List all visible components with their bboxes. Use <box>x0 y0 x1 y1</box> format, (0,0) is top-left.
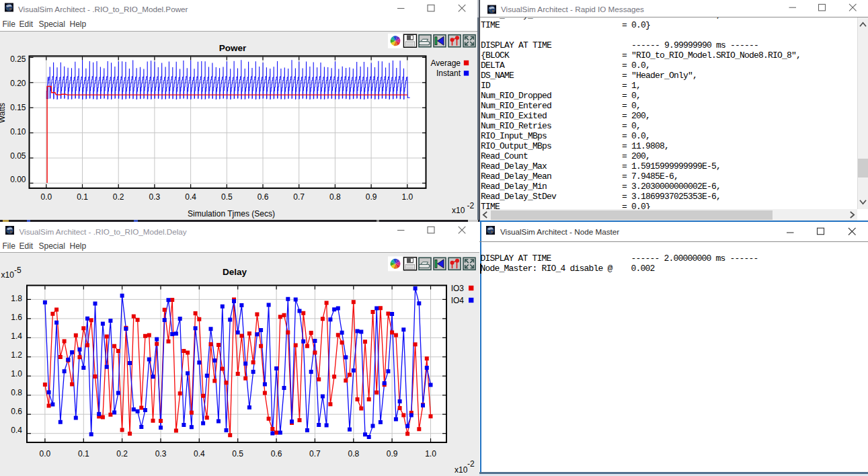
svg-text:x10: x10 <box>455 465 468 474</box>
svg-text:Simulation Tjmes (Secs): Simulation Tjmes (Secs) <box>188 209 275 219</box>
svg-text:-2: -2 <box>467 201 475 210</box>
svg-text:0.8: 0.8 <box>348 449 359 459</box>
svg-text:0.0: 0.0 <box>40 449 51 459</box>
svg-text:0.1: 0.1 <box>78 449 89 459</box>
svg-text:Watts: Watts <box>0 103 7 123</box>
svg-text:1.8: 1.8 <box>11 294 22 303</box>
svg-text:0.20: 0.20 <box>10 79 26 88</box>
svg-text:x10: x10 <box>452 206 465 215</box>
svg-text:0.10: 0.10 <box>10 127 26 136</box>
svg-text:0.3: 0.3 <box>149 192 161 202</box>
svg-text:0.6: 0.6 <box>271 449 282 459</box>
svg-text:IO3: IO3 <box>451 284 465 293</box>
svg-text:0.1: 0.1 <box>77 192 88 202</box>
svg-text:0.6: 0.6 <box>11 407 22 416</box>
svg-text:0.6: 0.6 <box>258 192 269 202</box>
svg-text:Power: Power <box>219 43 247 53</box>
svg-text:1.6: 1.6 <box>11 313 22 322</box>
svg-text:0.5: 0.5 <box>221 192 233 202</box>
svg-text:-5: -5 <box>14 266 22 275</box>
svg-text:0.0: 0.0 <box>40 192 52 202</box>
svg-text:0.8: 0.8 <box>11 388 22 397</box>
svg-text:0.4: 0.4 <box>11 426 22 435</box>
svg-text:1.2: 1.2 <box>11 350 22 360</box>
svg-text:0.2: 0.2 <box>116 449 128 459</box>
svg-text:0.4: 0.4 <box>194 449 205 459</box>
svg-text:0.25: 0.25 <box>10 54 26 64</box>
svg-text:Instant: Instant <box>436 69 461 78</box>
svg-text:0.3: 0.3 <box>155 449 167 459</box>
svg-text:0.05: 0.05 <box>10 151 26 161</box>
svg-text:-2: -2 <box>467 459 475 469</box>
svg-text:Average: Average <box>431 58 461 68</box>
svg-text:0.15: 0.15 <box>10 103 26 112</box>
svg-text:0.4: 0.4 <box>185 192 196 202</box>
svg-text:IO4: IO4 <box>451 296 465 305</box>
svg-text:0.7: 0.7 <box>293 192 305 202</box>
svg-text:0.7: 0.7 <box>309 449 321 459</box>
svg-text:0.8: 0.8 <box>329 192 341 202</box>
svg-text:0.9: 0.9 <box>387 449 398 459</box>
svg-text:0.2: 0.2 <box>113 192 124 202</box>
svg-text:0.9: 0.9 <box>366 192 377 202</box>
svg-text:0.5: 0.5 <box>232 449 243 459</box>
svg-text:1.0: 1.0 <box>11 369 22 379</box>
svg-text:1.4: 1.4 <box>11 331 22 341</box>
svg-text:0.00: 0.00 <box>10 175 26 184</box>
svg-text:Delay: Delay <box>223 266 247 276</box>
svg-text:1.0: 1.0 <box>425 449 436 459</box>
svg-text:1.0: 1.0 <box>401 192 413 202</box>
svg-text:x10: x10 <box>1 270 15 280</box>
